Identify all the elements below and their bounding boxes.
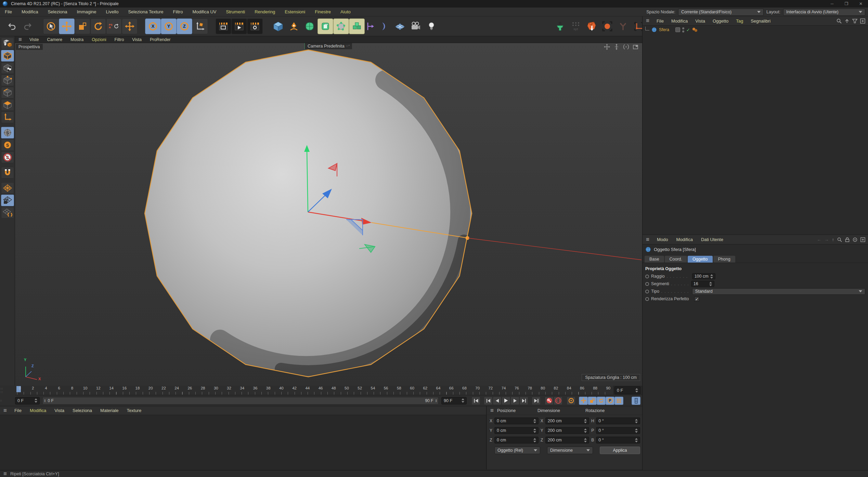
vp-menu-filtro[interactable]: Filtro <box>111 37 128 42</box>
am-menu-modifica[interactable]: Modifica <box>672 237 697 242</box>
mat-menu-modifica[interactable]: Modifica <box>26 408 50 413</box>
timeline-grip[interactable]: ∷∷ <box>0 386 15 395</box>
pos-x-input[interactable]: 0 cm <box>494 418 539 424</box>
material-panel-menu-icon[interactable]: ≡ <box>0 407 10 414</box>
raggio-input[interactable]: 100 cm <box>692 273 715 279</box>
menu-strumenti[interactable]: Strumenti <box>221 9 250 14</box>
menu-filtro[interactable]: Filtro <box>168 9 188 14</box>
rotate-button[interactable] <box>90 18 106 34</box>
sphere-object[interactable] <box>145 50 472 377</box>
psr-transfer-button[interactable]: PSR <box>106 18 122 34</box>
keyframe-ring-icon[interactable] <box>645 290 649 293</box>
viewport-canvas[interactable]: Y X Z Prospettiva Camera Predefinita ∷° <box>15 43 642 386</box>
phong-tag-icon[interactable] <box>692 27 698 32</box>
render-view-button[interactable] <box>216 18 231 34</box>
layer-swatch[interactable] <box>675 27 680 32</box>
coordinate-system-button[interactable] <box>192 18 208 34</box>
camera-button[interactable] <box>408 18 424 34</box>
viewport-panel-menu-icon[interactable]: ≡ <box>15 36 25 43</box>
key-parameter-button[interactable]: P <box>606 397 614 405</box>
disable-snap-button[interactable]: S <box>1 151 14 163</box>
next-key-button[interactable] <box>519 397 528 405</box>
keyframe-ring-icon[interactable] <box>645 297 649 301</box>
pos-z-input[interactable]: 0 cm <box>494 437 539 443</box>
am-menu-modo[interactable]: Modo <box>653 237 672 242</box>
object-row-sfera[interactable]: Sfera ✓ <box>643 26 868 34</box>
range-start-handle[interactable]: ‖ <box>44 399 46 403</box>
goto-end-button[interactable] <box>532 397 541 405</box>
character-button[interactable] <box>552 18 568 34</box>
light-button[interactable] <box>424 18 439 34</box>
lock-x-axis-button[interactable]: X <box>145 18 161 34</box>
rot-p-input[interactable]: 0 ° <box>596 427 640 434</box>
object-manager-tree[interactable]: Sfera ✓ <box>643 26 868 235</box>
om-menu-modifica[interactable]: Modifica <box>668 18 691 24</box>
stepper-icon[interactable] <box>532 428 536 433</box>
stepper-icon[interactable] <box>634 438 638 442</box>
keyframe-ring-icon[interactable] <box>645 275 649 278</box>
layout-select[interactable]: Interfaccia di Avvio (Utente) <box>783 9 865 16</box>
up-arrow-icon[interactable]: ↑ <box>832 237 834 242</box>
model-mode-button[interactable] <box>1 50 14 62</box>
minimize-button[interactable]: ─ <box>825 1 839 6</box>
mat-menu-materiale[interactable]: Materiale <box>96 408 122 413</box>
field-button[interactable] <box>376 18 392 34</box>
status-panel-menu-icon[interactable]: ≡ <box>0 471 10 477</box>
vp-menu-mostra[interactable]: Mostra <box>66 37 88 42</box>
menu-finestre[interactable]: Finestre <box>310 9 336 14</box>
volume-button[interactable] <box>584 18 599 34</box>
object-manager-panel-menu-icon[interactable]: ≡ <box>643 17 653 24</box>
close-button[interactable]: ✕ <box>854 1 868 6</box>
coordinate-panel-menu-icon[interactable]: ≡ <box>487 407 497 414</box>
menu-modifica[interactable]: Modifica <box>17 9 43 14</box>
target-icon[interactable] <box>853 237 857 242</box>
stepper-icon[interactable] <box>708 282 712 286</box>
polygons-mode-button[interactable] <box>1 99 14 111</box>
menu-livello[interactable]: Livello <box>101 9 124 14</box>
mat-menu-vista[interactable]: Vista <box>50 408 68 413</box>
segmenti-input[interactable]: 16 <box>691 281 714 287</box>
om-menu-tag[interactable]: Tag <box>732 18 747 24</box>
record-key-button[interactable] <box>545 397 554 405</box>
stepper-icon[interactable] <box>583 438 587 442</box>
render-picture-viewer-button[interactable] <box>231 18 247 34</box>
enable-snap-button[interactable]: S <box>1 127 14 138</box>
lock-workplane-button[interactable] <box>1 195 14 206</box>
forward-arrow-icon[interactable]: → <box>825 237 829 242</box>
pen-spline-button[interactable] <box>286 18 302 34</box>
camera-options-icon[interactable]: ∷° <box>346 44 350 48</box>
up-arrow-icon[interactable] <box>844 18 850 24</box>
edges-mode-button[interactable] <box>1 87 14 98</box>
stepper-icon[interactable] <box>460 398 464 403</box>
generator-button[interactable] <box>318 18 333 34</box>
node-space-select[interactable]: Corrente (Standard/Fisico) <box>678 9 764 16</box>
move-button[interactable] <box>59 18 75 34</box>
om-menu-vista[interactable]: Vista <box>691 18 709 24</box>
om-menu-segnalibri[interactable]: Segnalibri <box>747 18 774 24</box>
menu-modifica-uv[interactable]: Modifica UV <box>187 9 221 14</box>
joint-button[interactable] <box>615 18 631 34</box>
search-icon[interactable] <box>837 18 842 24</box>
size-mode-select[interactable]: Dimensione <box>547 447 593 454</box>
key-scale-button[interactable] <box>588 397 597 405</box>
key-pla-button[interactable] <box>614 397 623 405</box>
camera-label[interactable]: Camera Predefinita ∷° <box>305 43 352 49</box>
axis-mode-button[interactable] <box>1 111 14 123</box>
timeline-range-slider[interactable]: ‖ 0 F 90 F ‖ <box>42 397 439 405</box>
keyframe-ring-icon[interactable] <box>645 282 649 286</box>
stepper-icon[interactable] <box>532 438 536 442</box>
menu-aiuto[interactable]: Aiuto <box>336 9 355 14</box>
mat-menu-seleziona[interactable]: Seleziona <box>68 408 96 413</box>
tab-phong[interactable]: Phong <box>713 256 735 263</box>
om-menu-file[interactable]: File <box>653 18 668 24</box>
move-tool-button[interactable] <box>122 18 138 34</box>
filter-funnel-icon[interactable] <box>852 18 857 24</box>
om-menu-oggetto[interactable]: Oggetto <box>709 18 732 24</box>
visibility-dots-icon[interactable] <box>682 27 684 32</box>
rotate-view-icon[interactable] <box>623 44 629 50</box>
tab-coord[interactable]: Coord. <box>665 256 687 263</box>
position-mode-select[interactable]: Oggetto (Rel) <box>494 447 540 454</box>
back-arrow-icon[interactable]: ← <box>817 237 821 242</box>
enable-check-icon[interactable]: ✓ <box>686 27 690 32</box>
points-mode-button[interactable] <box>1 75 14 86</box>
